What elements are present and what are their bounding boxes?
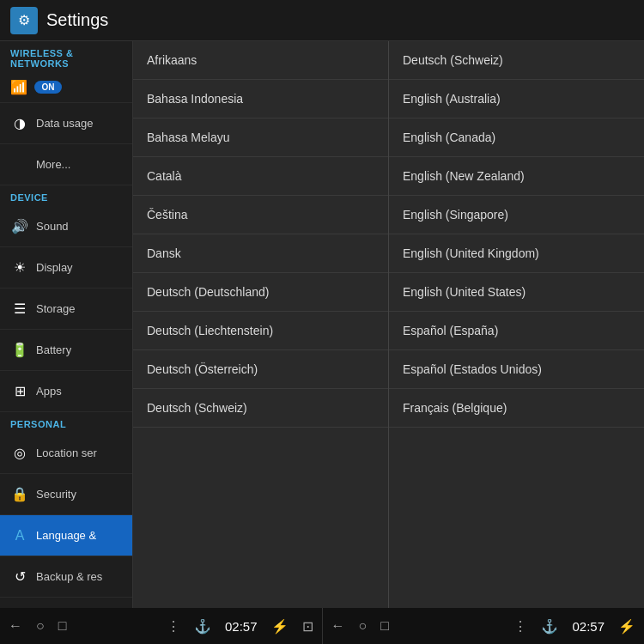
- nav-right: ← ○ □ ⋮ ⚓ 02:57 ⚡: [323, 618, 645, 635]
- location-icon: ◎: [10, 444, 29, 463]
- nav-recents-icon-right[interactable]: □: [380, 618, 389, 634]
- sidebar-item-display[interactable]: ☀ Display: [0, 247, 132, 289]
- language-icon: A: [10, 526, 29, 545]
- nav-left-system-icons: ← ○ □: [9, 618, 66, 634]
- sidebar-label-sound: Sound: [36, 220, 69, 233]
- lang-item-catala[interactable]: Català: [133, 157, 388, 196]
- page-title: Settings: [46, 10, 108, 30]
- sidebar-label-security: Security: [36, 488, 76, 501]
- lang-item-espanol-us[interactable]: Español (Estados Unidos): [389, 350, 644, 389]
- settings-icon: ⚙: [10, 7, 38, 34]
- lang-item-bahasa-melayu[interactable]: Bahasa Melayu: [133, 118, 388, 157]
- nav-usb-icon: ⚓: [194, 618, 211, 635]
- nav-usb-icon-right: ⚓: [541, 618, 558, 635]
- sidebar-label-battery: Battery: [36, 343, 71, 356]
- lang-item-bahasa-indonesia[interactable]: Bahasa Indonesia: [133, 80, 388, 118]
- nav-battery-icon-left: ⚡: [271, 618, 289, 635]
- lang-item-deutsch-at[interactable]: Deutsch (Österreich): [133, 350, 388, 389]
- nav-bar: ← ○ □ ⋮ ⚓ 02:57 ⚡ ⊡ ← ○ □ ⋮ ⚓ 02:57 ⚡: [0, 608, 644, 644]
- nav-menu-icon[interactable]: ⋮: [167, 618, 180, 635]
- nav-recents-icon[interactable]: □: [58, 618, 67, 634]
- display-icon: ☀: [10, 258, 29, 277]
- right-language-panel: Deutsch (Schweiz) English (Australia) En…: [389, 41, 644, 608]
- lang-item-espanol-es[interactable]: Español (España): [389, 312, 644, 350]
- storage-icon: ☰: [10, 300, 29, 319]
- nav-right-status-icons: ⋮ ⚓ 02:57 ⚡: [513, 618, 635, 635]
- battery-icon: 🔋: [10, 341, 29, 360]
- sidebar-label-more: More...: [36, 158, 70, 171]
- sidebar-label-display: Display: [36, 261, 73, 274]
- wifi-toggle[interactable]: ON: [34, 81, 62, 94]
- sidebar-item-battery[interactable]: 🔋 Battery: [0, 330, 132, 371]
- nav-menu-icon-right[interactable]: ⋮: [513, 618, 527, 635]
- section-wireless: WIRELESS &NETWORKS: [0, 41, 132, 72]
- nav-right-system-icons: ← ○ □: [331, 618, 389, 634]
- sidebar-label-location: Location ser: [36, 447, 97, 459]
- sidebar-label-apps: Apps: [36, 385, 62, 398]
- sidebar-label-storage: Storage: [36, 302, 76, 315]
- nav-home-icon[interactable]: ○: [36, 618, 45, 634]
- more-icon: [10, 155, 29, 174]
- lang-item-deutsch-schweiz[interactable]: Deutsch (Schweiz): [389, 41, 644, 80]
- data-usage-icon: ◑: [10, 114, 29, 133]
- sidebar-item-data-usage[interactable]: ◑ Data usage: [0, 103, 132, 144]
- lang-item-cestina[interactable]: Čeština: [133, 196, 388, 234]
- sidebar: WIRELESS &NETWORKS 📶 ON ◑ Data usage Mor…: [0, 41, 133, 608]
- security-icon: 🔒: [10, 485, 29, 504]
- lang-item-english-ca[interactable]: English (Canada): [389, 118, 644, 157]
- lang-item-afrikaans[interactable]: Afrikaans: [133, 41, 388, 80]
- main-content: WIRELESS &NETWORKS 📶 ON ◑ Data usage Mor…: [0, 41, 644, 608]
- lang-item-english-us[interactable]: English (United States): [389, 273, 644, 312]
- nav-back-icon[interactable]: ←: [9, 618, 22, 634]
- section-personal: PERSONAL: [0, 412, 132, 433]
- lang-item-deutsch-de[interactable]: Deutsch (Deutschland): [133, 273, 388, 312]
- nav-left-time: 02:57: [225, 619, 258, 634]
- lang-item-dansk[interactable]: Dansk: [133, 234, 388, 273]
- lang-item-english-au[interactable]: English (Australia): [389, 80, 644, 118]
- sidebar-item-language[interactable]: A Language &: [0, 515, 132, 556]
- nav-left-status-icons: ⋮ ⚓ 02:57 ⚡ ⊡: [167, 618, 313, 635]
- apps-icon: ⊞: [10, 382, 29, 401]
- sidebar-item-backup[interactable]: ↺ Backup & res: [0, 556, 132, 598]
- lang-item-english-uk[interactable]: English (United Kingdom): [389, 234, 644, 273]
- lang-item-deutsch-li[interactable]: Deutsch (Liechtenstein): [133, 312, 388, 350]
- sidebar-label-language: Language &: [36, 529, 96, 542]
- sidebar-label-backup: Backup & res: [36, 570, 102, 583]
- sidebar-item-location[interactable]: ◎ Location ser: [0, 433, 132, 474]
- left-language-panel: Afrikaans Bahasa Indonesia Bahasa Melayu…: [133, 41, 389, 608]
- sidebar-item-apps[interactable]: ⊞ Apps: [0, 371, 132, 412]
- title-bar: ⚙ Settings: [0, 0, 644, 41]
- lang-item-english-sg[interactable]: English (Singapore): [389, 196, 644, 234]
- nav-back-icon-right[interactable]: ←: [331, 618, 345, 634]
- sidebar-item-storage[interactable]: ☰ Storage: [0, 289, 132, 330]
- sidebar-item-security[interactable]: 🔒 Security: [0, 474, 132, 515]
- nav-sd-icon-left: ⊡: [302, 618, 313, 635]
- sidebar-item-sound[interactable]: 🔊 Sound: [0, 206, 132, 247]
- sidebar-item-more[interactable]: More...: [0, 144, 132, 185]
- lang-item-francais-be[interactable]: Français (Belgique): [389, 389, 644, 428]
- nav-home-icon-right[interactable]: ○: [359, 618, 368, 634]
- nav-left: ← ○ □ ⋮ ⚓ 02:57 ⚡ ⊡: [0, 618, 322, 635]
- section-device: DEVICE: [0, 185, 132, 206]
- nav-right-time: 02:57: [572, 619, 605, 634]
- lang-item-deutsch-ch[interactable]: Deutsch (Schweiz): [133, 389, 388, 428]
- sound-icon: 🔊: [10, 217, 29, 236]
- sidebar-item-wifi[interactable]: 📶 ON: [0, 72, 132, 103]
- lang-item-english-nz[interactable]: English (New Zealand): [389, 157, 644, 196]
- backup-icon: ↺: [10, 568, 29, 586]
- nav-battery-icon-right: ⚡: [618, 618, 635, 635]
- sidebar-label-data-usage: Data usage: [36, 117, 94, 130]
- wifi-icon: 📶: [10, 79, 27, 95]
